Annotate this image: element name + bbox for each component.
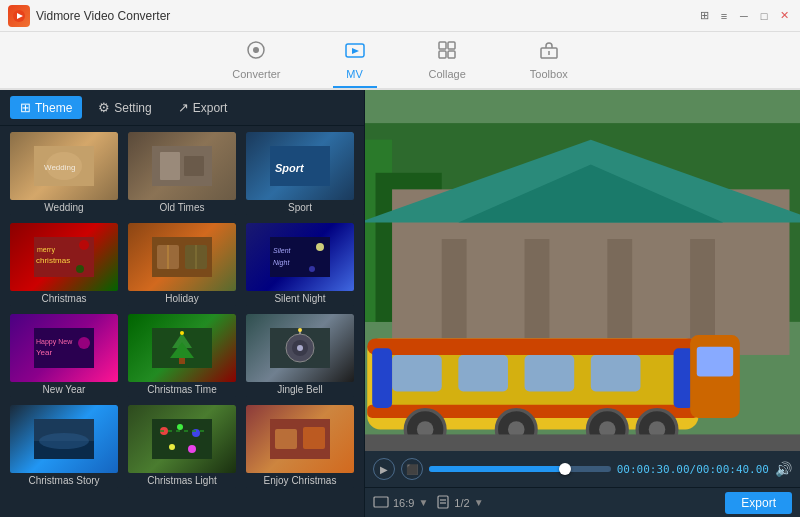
close-button[interactable]: ✕	[776, 8, 792, 24]
progress-bar[interactable]	[429, 466, 611, 472]
playback-bar: ▶ ⬛ 00:00:30.00/00:00:40.00 🔊	[365, 451, 800, 487]
svg-rect-99	[438, 496, 448, 508]
theme-item-sport[interactable]: Sport Sport	[244, 130, 356, 217]
theme-grid-icon: ⊞	[20, 100, 31, 115]
export-button[interactable]: Export	[725, 492, 792, 514]
theme-thumb-christmaslight	[128, 405, 236, 473]
svg-rect-75	[607, 239, 632, 338]
aspect-ratio-value: 16:9	[393, 497, 414, 509]
svg-text:Year: Year	[36, 348, 53, 357]
theme-label-holiday: Holiday	[128, 291, 236, 306]
aspect-ratio-selector[interactable]: 16:9 ▼	[373, 496, 428, 510]
subtab-export-label: Export	[193, 101, 228, 115]
aspect-ratio-icon	[373, 496, 389, 510]
theme-thumb-sport: Sport	[246, 132, 354, 200]
svg-point-24	[76, 265, 84, 273]
volume-icon[interactable]: 🔊	[775, 461, 792, 477]
theme-label-christmas: Christmas	[10, 291, 118, 306]
setting-gear-icon: ⚙	[98, 100, 110, 115]
theme-item-christmasstory[interactable]: Christmas Story	[8, 403, 120, 490]
theme-row-1: Wedding Wedding Old Times	[8, 130, 356, 217]
svg-point-55	[177, 424, 183, 430]
play-button[interactable]: ▶	[373, 458, 395, 480]
svg-rect-74	[525, 239, 550, 338]
theme-thumb-christmastime	[128, 314, 236, 382]
theme-label-christmaslight: Christmas Light	[128, 473, 236, 488]
video-content	[365, 90, 800, 451]
svg-rect-9	[448, 51, 455, 58]
theme-label-enjoychristmas: Enjoy Christmas	[246, 473, 354, 488]
menu-button[interactable]: ≡	[716, 8, 732, 24]
svg-point-38	[78, 337, 90, 349]
theme-label-jinglebell: Jingle Bell	[246, 382, 354, 397]
subtab-setting-label: Setting	[114, 101, 151, 115]
svg-text:Sport: Sport	[275, 162, 305, 174]
main-content: ⊞ Theme ⚙ Setting ↗ Export	[0, 90, 800, 517]
svg-rect-98	[374, 497, 388, 507]
theme-item-christmas[interactable]: merry christmas Christmas	[8, 221, 120, 308]
svg-rect-6	[439, 42, 446, 49]
maximize-button[interactable]: □	[756, 8, 772, 24]
collage-label: Collage	[429, 68, 466, 80]
theme-item-enjoychristmas[interactable]: Enjoy Christmas	[244, 403, 356, 490]
theme-item-holiday[interactable]: Holiday	[126, 221, 238, 308]
svg-rect-61	[275, 429, 297, 449]
theme-label-oldtimes: Old Times	[128, 200, 236, 215]
svg-point-57	[169, 444, 175, 450]
aspect-dropdown-icon: ▼	[418, 497, 428, 508]
theme-grid: Wedding Wedding Old Times	[0, 126, 364, 517]
subtab-theme-label: Theme	[35, 101, 72, 115]
theme-item-christmastime[interactable]: Christmas Time	[126, 312, 238, 399]
converter-icon	[246, 40, 266, 65]
svg-rect-81	[525, 355, 575, 391]
theme-thumb-christmasstory	[10, 405, 118, 473]
svg-rect-73	[442, 239, 467, 338]
svg-rect-7	[448, 42, 455, 49]
theme-label-christmasstory: Christmas Story	[10, 473, 118, 488]
toolbox-icon	[539, 40, 559, 65]
theme-item-wedding[interactable]: Wedding Wedding	[8, 130, 120, 217]
subtab-theme[interactable]: ⊞ Theme	[10, 96, 82, 119]
theme-item-silentnight[interactable]: Silent Night Silent Night	[244, 221, 356, 308]
svg-text:Night: Night	[273, 259, 290, 267]
theme-thumb-enjoychristmas	[246, 405, 354, 473]
svg-rect-82	[591, 355, 641, 391]
minimize-button[interactable]: ─	[736, 8, 752, 24]
tab-converter[interactable]: Converter	[220, 34, 292, 88]
theme-item-jinglebell[interactable]: Jingle Bell	[244, 312, 356, 399]
svg-rect-17	[184, 156, 204, 176]
subtab-export[interactable]: ↗ Export	[168, 96, 238, 119]
svg-rect-8	[439, 51, 446, 58]
toolbox-label: Toolbox	[530, 68, 568, 80]
svg-point-56	[192, 429, 200, 437]
page-selector[interactable]: 1/2 ▼	[436, 495, 483, 511]
subtab-setting[interactable]: ⚙ Setting	[88, 96, 161, 119]
svg-rect-76	[690, 239, 715, 338]
theme-thumb-newyear: Happy New Year	[10, 314, 118, 382]
tab-mv[interactable]: MV	[333, 34, 377, 88]
video-preview	[365, 90, 800, 451]
stop-button[interactable]: ⬛	[401, 458, 423, 480]
time-display: 00:00:30.00/00:00:40.00	[617, 463, 769, 476]
svg-text:Happy New: Happy New	[36, 338, 73, 346]
theme-item-oldtimes[interactable]: Old Times	[126, 130, 238, 217]
svg-point-23	[79, 240, 89, 250]
theme-item-christmaslight[interactable]: Christmas Light	[126, 403, 238, 490]
sub-tabs: ⊞ Theme ⚙ Setting ↗ Export	[0, 90, 364, 126]
tab-collage[interactable]: Collage	[417, 34, 478, 88]
theme-row-3: Happy New Year New Year	[8, 312, 356, 399]
svg-point-49	[298, 328, 302, 332]
grid-button[interactable]: ⊞	[696, 8, 712, 24]
nav-bar: Converter MV Collage	[0, 32, 800, 90]
theme-label-sport: Sport	[246, 200, 354, 215]
app-title: Vidmore Video Converter	[36, 9, 696, 23]
title-bar: Vidmore Video Converter ⊞ ≡ ─ □ ✕	[0, 0, 800, 32]
theme-row-4: Christmas Story Chr	[8, 403, 356, 490]
svg-point-43	[180, 331, 184, 335]
svg-rect-16	[160, 152, 180, 180]
theme-thumb-christmas: merry christmas	[10, 223, 118, 291]
export-arrow-icon: ↗	[178, 100, 189, 115]
tab-toolbox[interactable]: Toolbox	[518, 34, 580, 88]
theme-item-newyear[interactable]: Happy New Year New Year	[8, 312, 120, 399]
svg-text:Silent: Silent	[273, 247, 292, 254]
